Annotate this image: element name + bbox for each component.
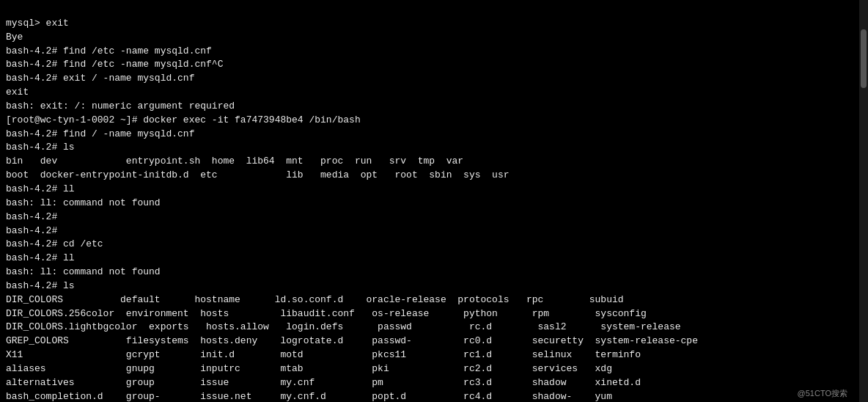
line-16: bash-4.2# xyxy=(6,225,57,236)
line-13: bash-4.2# ll xyxy=(6,183,75,194)
line-23: DIR_COLORS.lightbgcolor exports hosts.al… xyxy=(6,321,681,332)
line-5: bash-4.2# exit / -name mysqld.cnf xyxy=(6,73,194,84)
line-12: boot docker-entrypoint-initdb.d etc lib … xyxy=(6,169,510,180)
terminal-output: mysql> exit Bye bash-4.2# find /etc -nam… xyxy=(6,3,853,402)
line-9: bash-4.2# find / -name mysqld.cnf xyxy=(6,128,194,139)
line-8: [root@wc-tyn-1-0002 ~]# docker exec -it … xyxy=(6,114,361,125)
line-22: DIR_COLORS.256color environment hosts li… xyxy=(6,308,647,319)
line-27: alternatives group issue my.cnf pm rc3.d… xyxy=(6,377,641,388)
line-2: Bye xyxy=(6,32,23,43)
line-24: GREP_COLORS filesystems hosts.deny logro… xyxy=(6,335,698,346)
line-28: bash_completion.d group- issue.net my.cn… xyxy=(6,391,612,402)
line-7: bash: exit: /: numeric argument required xyxy=(6,100,235,112)
terminal-window: mysql> exit Bye bash-4.2# find /etc -nam… xyxy=(0,0,859,402)
line-10: bash-4.2# ls xyxy=(6,142,75,153)
line-21: DIR_COLORS default hostname ld.so.conf.d… xyxy=(6,294,624,305)
line-4: bash-4.2# find /etc -name mysqld.cnf^C xyxy=(6,59,223,70)
line-11: bin dev entrypoint.sh home lib64 mnt pro… xyxy=(6,156,463,167)
line-17: bash-4.2# cd /etc xyxy=(6,238,103,249)
scrollbar-thumb[interactable] xyxy=(861,29,867,88)
line-14: bash: ll: command not found xyxy=(6,197,161,208)
line-6: exit xyxy=(6,87,29,98)
line-26: aliases gnupg inputrc mtab pki rc2.d ser… xyxy=(6,363,612,374)
line-15: bash-4.2# xyxy=(6,211,57,222)
line-3: bash-4.2# find /etc -name mysqld.cnf xyxy=(6,45,212,56)
line-18: bash-4.2# ll xyxy=(6,252,75,263)
line-20: bash-4.2# ls xyxy=(6,280,75,291)
line-1: mysql> exit xyxy=(6,18,69,29)
line-19: bash: ll: command not found xyxy=(6,266,161,277)
watermark: @51CTO搜索 xyxy=(798,388,847,399)
line-25: X11 gcrypt init.d motd pkcs11 rc1.d seli… xyxy=(6,349,641,360)
scrollbar[interactable] xyxy=(859,0,868,402)
